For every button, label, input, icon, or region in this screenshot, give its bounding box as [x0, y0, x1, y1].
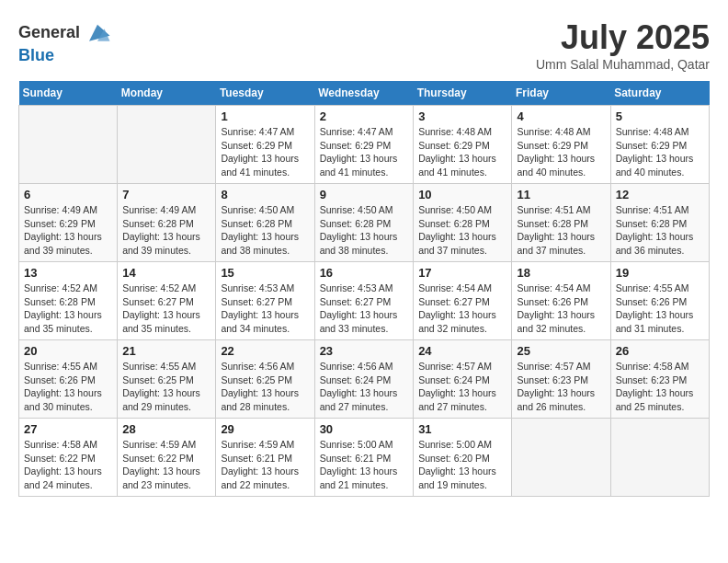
column-header-wednesday: Wednesday [314, 81, 414, 106]
week-row-5: 27Sunrise: 4:58 AM Sunset: 6:22 PM Dayli… [19, 419, 710, 497]
cell-content: Sunrise: 4:53 AM Sunset: 6:27 PM Dayligh… [320, 282, 409, 336]
calendar-cell [19, 106, 118, 184]
calendar-cell: 26Sunrise: 4:58 AM Sunset: 6:23 PM Dayli… [610, 340, 709, 419]
cell-content: Sunrise: 4:51 AM Sunset: 6:28 PM Dayligh… [517, 203, 605, 258]
calendar-cell: 23Sunrise: 4:56 AM Sunset: 6:24 PM Dayli… [314, 340, 414, 419]
calendar-cell: 31Sunrise: 5:00 AM Sunset: 6:20 PM Dayli… [414, 419, 512, 497]
day-number: 21 [122, 344, 210, 358]
cell-content: Sunrise: 4:51 AM Sunset: 6:28 PM Dayligh… [616, 203, 704, 258]
cell-content: Sunrise: 4:54 AM Sunset: 6:27 PM Dayligh… [418, 282, 506, 336]
month-year-title: July 2025 [536, 18, 710, 57]
day-number: 9 [320, 188, 409, 201]
location-subtitle: Umm Salal Muhammad, Qatar [536, 57, 710, 72]
calendar-cell [118, 106, 216, 184]
day-number: 11 [517, 188, 605, 201]
day-number: 4 [517, 109, 605, 123]
cell-content: Sunrise: 4:47 AM Sunset: 6:29 PM Dayligh… [221, 125, 309, 179]
cell-content: Sunrise: 4:52 AM Sunset: 6:28 PM Dayligh… [24, 282, 112, 336]
cell-content: Sunrise: 4:56 AM Sunset: 6:25 PM Dayligh… [221, 360, 309, 414]
calendar-cell [512, 419, 610, 497]
day-number: 5 [616, 109, 704, 123]
cell-content: Sunrise: 4:48 AM Sunset: 6:29 PM Dayligh… [616, 125, 704, 179]
day-number: 25 [517, 344, 605, 358]
day-number: 23 [320, 344, 409, 358]
column-header-monday: Monday [118, 81, 216, 106]
cell-content: Sunrise: 4:54 AM Sunset: 6:26 PM Dayligh… [517, 282, 605, 336]
calendar-table: SundayMondayTuesdayWednesdayThursdayFrid… [18, 81, 710, 497]
calendar-cell: 6Sunrise: 4:49 AM Sunset: 6:29 PM Daylig… [19, 184, 118, 262]
cell-content: Sunrise: 4:55 AM Sunset: 6:26 PM Dayligh… [24, 360, 112, 414]
calendar-cell: 11Sunrise: 4:51 AM Sunset: 6:28 PM Dayli… [512, 184, 610, 262]
week-row-4: 20Sunrise: 4:55 AM Sunset: 6:26 PM Dayli… [19, 340, 710, 419]
cell-content: Sunrise: 4:55 AM Sunset: 6:25 PM Dayligh… [122, 360, 210, 414]
calendar-cell: 8Sunrise: 4:50 AM Sunset: 6:28 PM Daylig… [216, 184, 314, 262]
day-number: 2 [320, 109, 409, 123]
day-number: 22 [221, 344, 309, 358]
cell-content: Sunrise: 4:59 AM Sunset: 6:21 PM Dayligh… [221, 438, 309, 492]
day-number: 17 [418, 266, 506, 280]
cell-content: Sunrise: 4:47 AM Sunset: 6:29 PM Dayligh… [320, 125, 409, 179]
day-number: 24 [418, 344, 506, 358]
cell-content: Sunrise: 4:56 AM Sunset: 6:24 PM Dayligh… [320, 360, 409, 414]
cell-content: Sunrise: 4:53 AM Sunset: 6:27 PM Dayligh… [221, 282, 309, 336]
week-row-3: 13Sunrise: 4:52 AM Sunset: 6:28 PM Dayli… [19, 262, 710, 340]
calendar-cell: 17Sunrise: 4:54 AM Sunset: 6:27 PM Dayli… [414, 262, 512, 340]
day-number: 31 [418, 422, 506, 436]
day-number: 15 [221, 266, 309, 280]
calendar-cell: 29Sunrise: 4:59 AM Sunset: 6:21 PM Dayli… [216, 419, 314, 497]
day-number: 10 [418, 188, 506, 201]
cell-content: Sunrise: 4:55 AM Sunset: 6:26 PM Dayligh… [616, 282, 704, 336]
day-number: 3 [418, 109, 506, 123]
cell-content: Sunrise: 4:58 AM Sunset: 6:23 PM Dayligh… [616, 360, 704, 414]
calendar-cell: 4Sunrise: 4:48 AM Sunset: 6:29 PM Daylig… [512, 106, 610, 184]
day-number: 6 [24, 188, 112, 201]
cell-content: Sunrise: 4:48 AM Sunset: 6:29 PM Dayligh… [517, 125, 605, 179]
cell-content: Sunrise: 4:50 AM Sunset: 6:28 PM Dayligh… [221, 203, 309, 258]
cell-content: Sunrise: 4:57 AM Sunset: 6:23 PM Dayligh… [517, 360, 605, 414]
column-header-tuesday: Tuesday [216, 81, 314, 106]
logo: General Blue [18, 18, 111, 65]
calendar-cell: 28Sunrise: 4:59 AM Sunset: 6:22 PM Dayli… [118, 419, 216, 497]
day-number: 12 [616, 188, 704, 201]
day-number: 29 [221, 422, 309, 436]
week-row-2: 6Sunrise: 4:49 AM Sunset: 6:29 PM Daylig… [19, 184, 710, 262]
day-number: 7 [122, 188, 210, 201]
day-number: 28 [122, 422, 210, 436]
day-number: 14 [122, 266, 210, 280]
calendar-cell: 16Sunrise: 4:53 AM Sunset: 6:27 PM Dayli… [314, 262, 414, 340]
cell-content: Sunrise: 5:00 AM Sunset: 6:21 PM Dayligh… [320, 438, 409, 492]
cell-content: Sunrise: 4:49 AM Sunset: 6:29 PM Dayligh… [24, 203, 112, 258]
day-number: 19 [616, 266, 704, 280]
cell-content: Sunrise: 4:50 AM Sunset: 6:28 PM Dayligh… [418, 203, 506, 258]
title-block: July 2025 Umm Salal Muhammad, Qatar [536, 18, 710, 72]
calendar-cell: 1Sunrise: 4:47 AM Sunset: 6:29 PM Daylig… [216, 106, 314, 184]
column-header-sunday: Sunday [19, 81, 118, 106]
calendar-cell: 9Sunrise: 4:50 AM Sunset: 6:28 PM Daylig… [314, 184, 414, 262]
cell-content: Sunrise: 4:58 AM Sunset: 6:22 PM Dayligh… [24, 438, 112, 492]
calendar-cell: 25Sunrise: 4:57 AM Sunset: 6:23 PM Dayli… [512, 340, 610, 419]
day-number: 16 [320, 266, 409, 280]
column-header-thursday: Thursday [414, 81, 512, 106]
cell-content: Sunrise: 4:50 AM Sunset: 6:28 PM Dayligh… [320, 203, 409, 258]
calendar-cell: 24Sunrise: 4:57 AM Sunset: 6:24 PM Dayli… [414, 340, 512, 419]
day-number: 13 [24, 266, 112, 280]
calendar-cell: 13Sunrise: 4:52 AM Sunset: 6:28 PM Dayli… [19, 262, 118, 340]
calendar-cell: 18Sunrise: 4:54 AM Sunset: 6:26 PM Dayli… [512, 262, 610, 340]
calendar-cell: 2Sunrise: 4:47 AM Sunset: 6:29 PM Daylig… [314, 106, 414, 184]
day-number: 20 [24, 344, 112, 358]
day-number: 18 [517, 266, 605, 280]
calendar-cell: 5Sunrise: 4:48 AM Sunset: 6:29 PM Daylig… [610, 106, 709, 184]
calendar-cell: 22Sunrise: 4:56 AM Sunset: 6:25 PM Dayli… [216, 340, 314, 419]
cell-content: Sunrise: 4:59 AM Sunset: 6:22 PM Dayligh… [122, 438, 210, 492]
column-header-friday: Friday [512, 81, 610, 106]
calendar-cell: 19Sunrise: 4:55 AM Sunset: 6:26 PM Dayli… [610, 262, 709, 340]
calendar-cell: 30Sunrise: 5:00 AM Sunset: 6:21 PM Dayli… [314, 419, 414, 497]
week-row-1: 1Sunrise: 4:47 AM Sunset: 6:29 PM Daylig… [19, 106, 710, 184]
calendar-cell [610, 419, 709, 497]
calendar-cell: 12Sunrise: 4:51 AM Sunset: 6:28 PM Dayli… [610, 184, 709, 262]
calendar-cell: 3Sunrise: 4:48 AM Sunset: 6:29 PM Daylig… [414, 106, 512, 184]
cell-content: Sunrise: 4:49 AM Sunset: 6:28 PM Dayligh… [122, 203, 210, 258]
cell-content: Sunrise: 4:52 AM Sunset: 6:27 PM Dayligh… [122, 282, 210, 336]
day-number: 8 [221, 188, 309, 201]
day-number: 26 [616, 344, 704, 358]
